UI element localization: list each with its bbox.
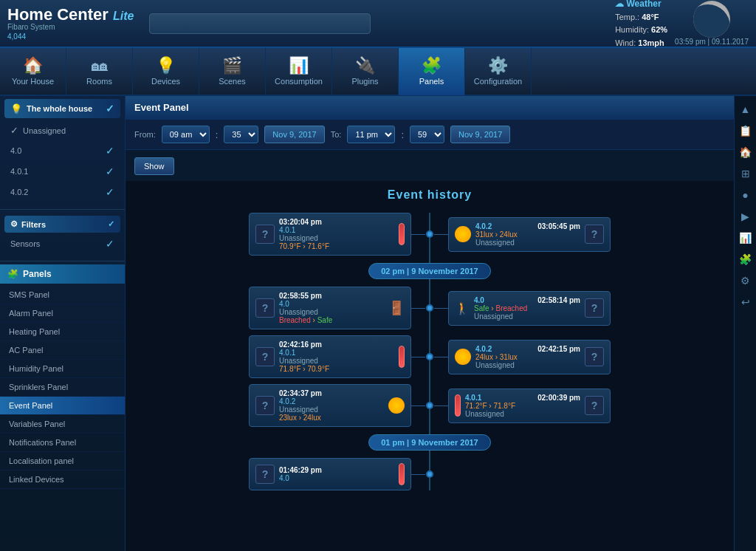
- event-unassigned-4: Unassigned: [279, 405, 384, 414]
- nav-configuration[interactable]: ⚙️ Configuration: [465, 47, 532, 95]
- content-panel-title: Event Panel: [126, 96, 734, 120]
- nav-consumption-label: Consumption: [275, 77, 323, 86]
- event-info-r3: 4.0.2 02:42:15 pm 24lux › 31lux Unassign…: [475, 345, 580, 369]
- panel-sms[interactable]: SMS Panel: [0, 286, 125, 304]
- nav-rooms[interactable]: 🏘 Rooms: [66, 47, 133, 95]
- temp-value: 48°F: [642, 13, 659, 21]
- filters-header[interactable]: ⚙ Filters ✓: [4, 216, 120, 233]
- show-button[interactable]: Show: [134, 157, 174, 175]
- colon-1: :: [216, 129, 219, 140]
- right-icon-grid[interactable]: ⊞: [736, 164, 755, 183]
- sidebar-item-4-0-2[interactable]: 4.0.2 ✓: [4, 182, 120, 202]
- logo-area: Home Center Lite Fibaro System 4,044: [7, 7, 134, 41]
- bulb-icon: 💡: [10, 103, 22, 114]
- search-input[interactable]: [149, 13, 371, 34]
- app-title: Home Center Lite: [7, 7, 134, 23]
- nav-panels-label: Panels: [419, 77, 444, 86]
- panel-sprinklers[interactable]: Sprinklers Panel: [0, 378, 125, 397]
- sidebar-sensors[interactable]: Sensors ✓: [4, 234, 120, 253]
- nav-panels[interactable]: 🧩 Panels: [399, 47, 465, 95]
- event-info-r2: 4.0 02:58:14 pm Safe › Breached Unassign…: [474, 296, 580, 321]
- sensors-label: Sensors: [10, 239, 40, 248]
- temp-label: Temp.:: [615, 13, 639, 21]
- panel-ac[interactable]: AC Panel: [0, 341, 125, 360]
- devices-icon: 💡: [156, 58, 176, 74]
- panel-notifications[interactable]: Notifications Panel: [0, 434, 125, 452]
- event-device-3: 4.0.1: [279, 349, 394, 357]
- right-icon-puzzle[interactable]: 🧩: [736, 250, 755, 269]
- wind-label: Wind:: [615, 38, 636, 47]
- timeline-row-5: ? 01:46:29 pm 4.0: [148, 458, 712, 490]
- nav-scenes[interactable]: 🎬 Scenes: [199, 47, 266, 95]
- filters-label: Filters: [21, 220, 46, 229]
- panel-variables[interactable]: Variables Panel: [0, 415, 125, 434]
- event-unassigned-1: Unassigned: [279, 234, 394, 242]
- panels-header[interactable]: 🧩 Panels: [0, 264, 125, 284]
- sidebar-whole-house[interactable]: 💡 The whole house ✓: [4, 99, 120, 118]
- right-icon-up[interactable]: ▲: [736, 100, 755, 119]
- sidebar-item-4-0[interactable]: 4.0 ✓: [4, 141, 120, 160]
- event-device-5: 4.0: [279, 474, 394, 482]
- date-badge-2: 01 pm | 9 November 2017: [368, 434, 490, 451]
- nav-devices[interactable]: 💡 Devices: [133, 47, 199, 95]
- sensors-check: ✓: [106, 238, 114, 250]
- sun-icon-r1: [455, 226, 471, 242]
- sun-icon-4: [388, 397, 405, 414]
- consumption-icon: 📊: [289, 58, 309, 74]
- panel-humidity[interactable]: Humidity Panel: [0, 360, 125, 378]
- item-4-0-check: ✓: [106, 145, 114, 157]
- panel-localisation[interactable]: Localisation panel: [0, 452, 125, 470]
- right-icon-play[interactable]: ▶: [736, 207, 755, 226]
- timeline-left-1: ? 03:20:04 pm 4.0.1 Unassigned 70.9°F › …: [148, 213, 430, 256]
- to-date-button[interactable]: Nov 9, 2017: [450, 126, 510, 143]
- panel-linked-devices[interactable]: Linked Devices: [0, 470, 125, 489]
- event-top-r2: 4.0 02:58:14 pm: [474, 296, 580, 304]
- breached-r2: Breached: [495, 304, 527, 312]
- from-hour-select[interactable]: 09 am: [162, 126, 210, 143]
- timeline-row-2: ? 02:58:55 pm 4.0 Unassigned Breached › …: [148, 287, 712, 329]
- right-icon-chart[interactable]: 📊: [736, 228, 755, 247]
- right-icon-dot[interactable]: ●: [736, 185, 755, 205]
- event-top-r1: 4.0.2 03:05:45 pm: [475, 222, 580, 230]
- event-time-r2: 02:58:14 pm: [537, 296, 580, 304]
- timeline-row-3: ? 02:42:16 pm 4.0.1 Unassigned 71.8°F › …: [148, 335, 712, 378]
- event-card-r2: 🚶 4.0 02:58:14 pm Safe › Breached: [448, 291, 611, 326]
- config-icon: ⚙️: [488, 58, 508, 74]
- right-icon-gear[interactable]: ⚙: [736, 271, 755, 290]
- panel-heating[interactable]: Heating Panel: [0, 323, 125, 341]
- from-min-select[interactable]: 35: [224, 126, 258, 143]
- weather-title: ☁ Weather: [615, 0, 667, 11]
- from-date-button[interactable]: Nov 9, 2017: [264, 126, 324, 143]
- event-card-1: ? 03:20:04 pm 4.0.1 Unassigned 70.9°F › …: [249, 213, 411, 256]
- navbar: 🏠 Your House 🏘 Rooms 💡 Devices 🎬 Scenes …: [0, 48, 756, 96]
- event-device-r1: 4.0.2: [475, 222, 492, 230]
- timeline-dot-1: [426, 230, 433, 238]
- date-badge-1: 02 pm | 9 November 2017: [368, 263, 490, 279]
- panel-event[interactable]: Event Panel: [0, 397, 125, 415]
- event-value-4: 23lux › 24lux: [279, 414, 384, 422]
- whole-house-label: The whole house: [27, 104, 92, 113]
- walk-icon-r2: 🚶: [455, 301, 470, 315]
- event-card-2: ? 02:58:55 pm 4.0 Unassigned Breached › …: [249, 287, 411, 329]
- check-icon: ✓: [10, 125, 18, 136]
- event-info-4: 02:34:37 pm 4.0.2 Unassigned 23lux › 24l…: [279, 389, 384, 422]
- filter-gear-icon: ⚙: [10, 219, 18, 229]
- sidebar-item-4-0-1[interactable]: 4.0.1 ✓: [4, 162, 120, 181]
- nav-consumption[interactable]: 📊 Consumption: [266, 47, 332, 95]
- sidebar-unassigned[interactable]: ✓ Unassigned: [4, 121, 120, 140]
- nav-plugins[interactable]: 🔌 Plugins: [332, 47, 399, 95]
- panels-label: Panels: [23, 269, 52, 279]
- right-icon-back[interactable]: ↩: [736, 292, 755, 312]
- timeline-left-4: ? 02:34:37 pm 4.0.2 Unassigned 23lux › 2…: [148, 384, 430, 427]
- timeline-dot-3: [426, 353, 433, 360]
- event-card-4: ? 02:34:37 pm 4.0.2 Unassigned 23lux › 2…: [249, 384, 411, 427]
- to-hour-select[interactable]: 11 pm: [347, 126, 395, 143]
- right-icon-home[interactable]: 🏠: [736, 143, 755, 162]
- unassigned-label: Unassigned: [23, 126, 66, 135]
- thermometer-icon-3: [399, 346, 405, 368]
- to-min-select[interactable]: 59: [410, 126, 444, 143]
- nav-your-house[interactable]: 🏠 Your House: [0, 47, 66, 95]
- right-icon-list[interactable]: 📋: [736, 121, 755, 140]
- event-info-r1: 4.0.2 03:05:45 pm 31lux › 24lux Unassign…: [475, 222, 580, 247]
- panel-alarm[interactable]: Alarm Panel: [0, 304, 125, 323]
